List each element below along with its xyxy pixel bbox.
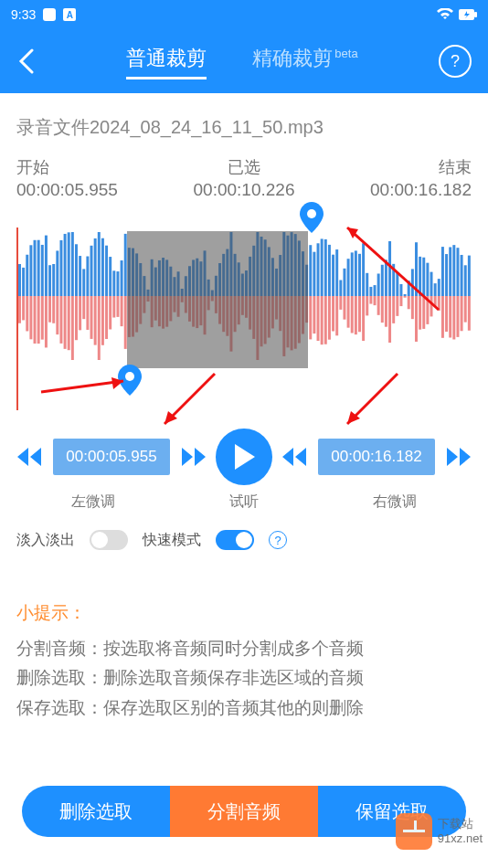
svg-rect-241	[468, 296, 471, 331]
svg-rect-208	[408, 281, 410, 296]
svg-rect-174	[343, 269, 345, 296]
help-button[interactable]: ?	[439, 45, 472, 78]
start-time: 00:00:05.955	[16, 180, 118, 200]
svg-rect-170	[335, 249, 338, 296]
svg-rect-195	[381, 296, 384, 323]
svg-rect-222	[434, 283, 437, 296]
svg-rect-31	[71, 296, 74, 360]
svg-rect-156	[309, 245, 312, 296]
svg-rect-205	[399, 296, 402, 306]
svg-rect-17	[45, 296, 48, 347]
svg-rect-22	[56, 250, 58, 296]
svg-rect-224	[438, 279, 440, 296]
svg-rect-173	[339, 296, 342, 310]
svg-rect-179	[351, 296, 354, 333]
svg-rect-172	[339, 281, 342, 296]
svg-rect-189	[369, 296, 372, 304]
svg-rect-175	[343, 296, 345, 320]
svg-rect-193	[377, 296, 380, 315]
svg-rect-190	[374, 285, 377, 296]
svg-rect-202	[396, 272, 398, 296]
svg-rect-28	[68, 232, 70, 296]
tab-normal-trim[interactable]: 普通裁剪	[126, 45, 207, 78]
tips-line: 分割音频：按选取将音频同时分割成多个音频	[16, 634, 472, 663]
svg-rect-36	[82, 269, 85, 296]
annotation-arrow-icon	[338, 369, 411, 433]
svg-rect-204	[399, 284, 402, 296]
right-fine-tune-label: 右微调	[373, 492, 417, 512]
svg-rect-178	[351, 252, 354, 296]
svg-rect-33	[75, 296, 78, 340]
back-button[interactable]	[9, 43, 46, 79]
svg-rect-30	[71, 232, 74, 296]
fast-mode-toggle[interactable]	[216, 530, 254, 550]
svg-rect-226	[441, 247, 444, 296]
watermark: 下载站 91xz.net	[396, 813, 483, 850]
svg-rect-8	[29, 245, 32, 296]
play-button[interactable]	[216, 429, 272, 485]
selection-start-pin[interactable]	[118, 365, 142, 396]
svg-rect-182	[358, 254, 361, 296]
tab-precise-trim[interactable]: 精确裁剪beta	[252, 45, 357, 78]
svg-rect-207	[404, 296, 407, 298]
svg-rect-203	[396, 296, 398, 316]
svg-rect-3	[18, 296, 21, 323]
svg-rect-4	[22, 268, 25, 296]
svg-rect-40	[90, 246, 93, 296]
svg-rect-181	[355, 296, 357, 334]
svg-rect-233	[452, 296, 455, 339]
svg-line-246	[41, 381, 123, 392]
svg-rect-200	[392, 264, 395, 296]
svg-rect-54	[116, 271, 119, 296]
svg-rect-44	[98, 232, 101, 296]
svg-rect-225	[438, 296, 440, 311]
tips-section: 小提示： 分割音频：按选取将音频同时分割成多个音频 删除选取：删除选取音频保存非…	[16, 601, 472, 723]
seek-back-fast-button[interactable]	[16, 443, 44, 471]
split-audio-button[interactable]: 分割音频	[170, 786, 318, 837]
svg-rect-20	[52, 264, 55, 296]
playback-controls: 00:00:05.955 00:00:16.182	[16, 429, 472, 485]
svg-rect-41	[90, 296, 93, 339]
seek-forward-button[interactable]	[179, 443, 207, 471]
fast-mode-info-button[interactable]: ?	[269, 531, 287, 549]
notification-a-icon: A	[63, 8, 76, 21]
svg-rect-51	[109, 296, 111, 330]
svg-rect-162	[321, 238, 324, 296]
svg-rect-47	[101, 296, 104, 345]
svg-rect-157	[309, 296, 312, 339]
selected-label: 已选	[194, 156, 295, 178]
svg-rect-56	[121, 260, 123, 296]
svg-rect-52	[112, 270, 115, 296]
svg-rect-171	[335, 296, 338, 335]
seek-forward-fast-button[interactable]	[444, 443, 472, 471]
delete-selection-button[interactable]: 删除选取	[22, 786, 170, 837]
status-time: 9:33	[11, 7, 36, 22]
svg-rect-19	[48, 296, 51, 323]
svg-line-250	[347, 374, 398, 424]
svg-rect-2	[18, 264, 21, 296]
svg-rect-14	[41, 245, 44, 296]
svg-rect-38	[86, 257, 89, 296]
app-header: 普通裁剪 精确裁剪beta ?	[0, 29, 488, 93]
svg-rect-10	[34, 240, 37, 296]
svg-rect-163	[321, 296, 324, 344]
start-label: 开始	[16, 156, 118, 178]
selection-end-pin[interactable]	[300, 202, 324, 233]
right-time-input[interactable]: 00:00:16.182	[318, 439, 435, 475]
svg-rect-160	[317, 243, 320, 296]
svg-rect-211	[411, 296, 414, 319]
fade-toggle[interactable]	[90, 530, 128, 550]
svg-rect-176	[347, 259, 350, 296]
time-info-row: 开始 00:00:05.955 已选 00:00:10.226 结束 00:00…	[16, 156, 472, 200]
left-time-input[interactable]: 00:00:05.955	[53, 439, 170, 475]
svg-rect-240	[468, 256, 471, 296]
svg-rect-229	[445, 296, 448, 332]
seek-back-button[interactable]	[281, 443, 309, 471]
svg-rect-223	[434, 296, 437, 307]
svg-rect-218	[426, 263, 429, 296]
svg-rect-191	[374, 296, 377, 305]
notification-dot-icon	[43, 8, 56, 21]
waveform-display[interactable]	[16, 228, 472, 410]
svg-marker-249	[164, 411, 177, 424]
play-label: 试听	[229, 492, 259, 512]
